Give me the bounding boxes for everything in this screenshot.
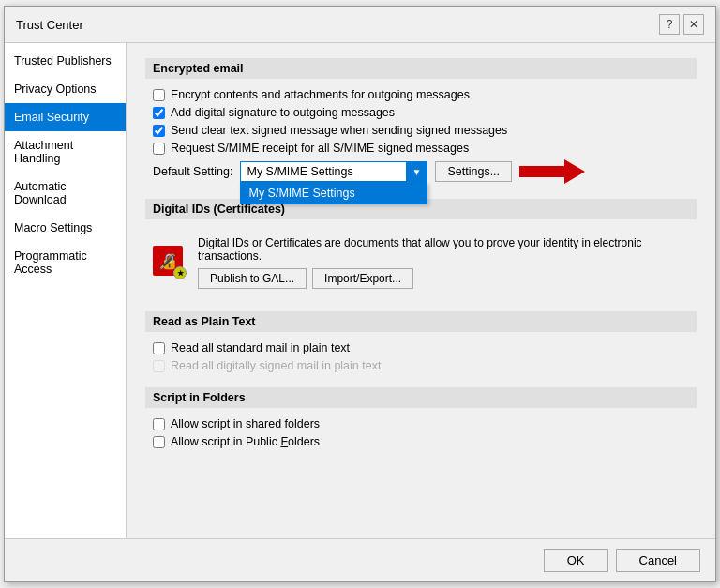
read-digitally-signed-checkbox[interactable] bbox=[153, 360, 165, 372]
sidebar-item-automatic-download[interactable]: Automatic Download bbox=[5, 173, 126, 214]
settings-button[interactable]: Settings... bbox=[435, 161, 512, 182]
digital-ids-row: 🔏 ★ Digital IDs or Certificates are docu… bbox=[145, 229, 697, 296]
select-wrapper: My S/MIME Settings ▼ My S/MIME Settings bbox=[240, 161, 428, 182]
allow-script-public-row: Allow script in Public Folders bbox=[145, 435, 697, 448]
select-value: My S/MIME Settings bbox=[247, 165, 352, 178]
red-arrow-icon bbox=[519, 159, 585, 184]
allow-script-public-label: Allow script in Public Folders bbox=[171, 435, 320, 448]
request-smime-checkbox[interactable] bbox=[153, 143, 165, 155]
add-digital-sig-label: Add digital signature to outgoing messag… bbox=[171, 106, 395, 119]
digital-ids-section: Digital IDs (Certificates) 🔏 ★ Digital I… bbox=[145, 199, 697, 296]
footer: OK Cancel bbox=[5, 538, 715, 581]
close-button[interactable]: ✕ bbox=[683, 14, 704, 35]
publish-gal-button[interactable]: Publish to GAL... bbox=[198, 268, 307, 289]
import-export-button[interactable]: Import/Export... bbox=[312, 268, 413, 289]
sidebar-item-macro-settings[interactable]: Macro Settings bbox=[5, 214, 126, 242]
dialog-title: Trust Center bbox=[16, 18, 83, 32]
main-content: Encrypted email Encrypt contents and att… bbox=[127, 43, 715, 538]
digital-ids-description: Digital IDs or Certificates are document… bbox=[198, 236, 689, 263]
allow-script-shared-label: Allow script in shared folders bbox=[171, 417, 320, 430]
sidebar-item-attachment-handling[interactable]: Attachment Handling bbox=[5, 131, 126, 173]
default-setting-label: Default Setting: bbox=[153, 165, 232, 178]
request-smime-row: Request S/MIME receipt for all S/MIME si… bbox=[145, 142, 697, 155]
encrypted-email-section: Encrypted email Encrypt contents and att… bbox=[145, 58, 697, 184]
default-setting-select[interactable]: My S/MIME Settings ▼ bbox=[240, 161, 428, 182]
dropdown-item-smime[interactable]: My S/MIME Settings bbox=[241, 183, 427, 204]
encrypt-contents-checkbox[interactable] bbox=[153, 89, 165, 101]
allow-script-shared-row: Allow script in shared folders bbox=[145, 417, 697, 430]
title-bar: Trust Center ? ✕ bbox=[5, 7, 715, 43]
sidebar-item-programmatic-access[interactable]: Programmatic Access bbox=[5, 242, 126, 283]
read-standard-label: Read all standard mail in plain text bbox=[171, 341, 350, 354]
script-in-folders-header: Script in Folders bbox=[145, 387, 697, 408]
read-plain-text-section: Read as Plain Text Read all standard mai… bbox=[145, 311, 697, 372]
digital-ids-content: Digital IDs or Certificates are document… bbox=[198, 236, 689, 289]
dropdown-open: My S/MIME Settings bbox=[240, 182, 428, 204]
certificate-icon: 🔏 ★ bbox=[153, 246, 187, 279]
sidebar-item-privacy-options[interactable]: Privacy Options bbox=[5, 75, 126, 103]
trust-center-dialog: Trust Center ? ✕ Trusted Publishers Priv… bbox=[4, 6, 716, 582]
read-standard-row: Read all standard mail in plain text bbox=[145, 341, 697, 354]
add-digital-sig-checkbox[interactable] bbox=[153, 107, 165, 119]
send-clear-text-label: Send clear text signed message when send… bbox=[171, 124, 507, 137]
add-digital-sig-row: Add digital signature to outgoing messag… bbox=[145, 106, 697, 119]
default-setting-row: Default Setting: My S/MIME Settings ▼ My… bbox=[145, 159, 697, 184]
digital-ids-buttons: Publish to GAL... Import/Export... bbox=[198, 268, 689, 289]
read-standard-checkbox[interactable] bbox=[153, 342, 165, 354]
arrow-indicator bbox=[519, 159, 585, 184]
read-plain-text-header: Read as Plain Text bbox=[145, 311, 697, 332]
cert-icon-inner: 🔏 ★ bbox=[153, 246, 183, 276]
allow-script-public-checkbox[interactable] bbox=[153, 436, 165, 448]
svg-marker-0 bbox=[519, 159, 585, 184]
encrypt-contents-row: Encrypt contents and attachments for out… bbox=[145, 88, 697, 101]
ok-button[interactable]: OK bbox=[544, 549, 608, 572]
encrypted-email-header: Encrypted email bbox=[145, 58, 697, 79]
cert-badge: ★ bbox=[173, 266, 187, 279]
sidebar-item-trusted-publishers[interactable]: Trusted Publishers bbox=[5, 47, 126, 75]
send-clear-text-row: Send clear text signed message when send… bbox=[145, 124, 697, 137]
encrypt-contents-label: Encrypt contents and attachments for out… bbox=[171, 88, 470, 101]
script-in-folders-section: Script in Folders Allow script in shared… bbox=[145, 387, 697, 448]
read-digitally-signed-label: Read all digitally signed mail in plain … bbox=[171, 359, 381, 372]
settings-row-with-arrow: Settings... bbox=[435, 159, 585, 184]
title-bar-controls: ? ✕ bbox=[659, 14, 704, 35]
read-digitally-signed-row: Read all digitally signed mail in plain … bbox=[145, 359, 697, 372]
allow-script-shared-checkbox[interactable] bbox=[153, 418, 165, 430]
sidebar-item-email-security[interactable]: Email Security bbox=[5, 103, 126, 131]
cancel-button[interactable]: Cancel bbox=[616, 549, 700, 572]
request-smime-label: Request S/MIME receipt for all S/MIME si… bbox=[171, 142, 469, 155]
select-arrow-icon: ▼ bbox=[406, 162, 427, 181]
sidebar: Trusted Publishers Privacy Options Email… bbox=[5, 43, 127, 538]
help-button[interactable]: ? bbox=[659, 14, 680, 35]
send-clear-text-checkbox[interactable] bbox=[153, 125, 165, 137]
dialog-body: Trusted Publishers Privacy Options Email… bbox=[5, 43, 715, 538]
